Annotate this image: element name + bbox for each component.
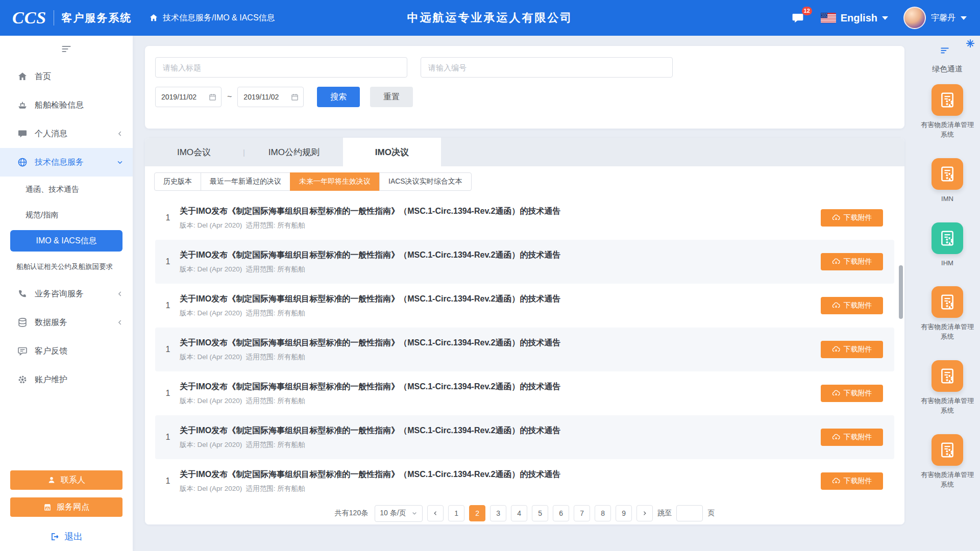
contacts-button[interactable]: 联系人 (10, 470, 122, 490)
sidebar-item-tech-info-service[interactable]: 技术信息服务 (0, 148, 133, 177)
company-title: 中远航运专业承运人有限公司 (407, 10, 573, 26)
row-title-link[interactable]: 关于IMO发布《制定国际海事组织目标型标准的一般性指南》（MSC.1-Circ.… (180, 250, 821, 261)
chevron-left-icon (116, 130, 124, 137)
page-button-8[interactable]: 8 (595, 505, 611, 521)
messages-button[interactable]: 12 (790, 11, 805, 24)
jump-page-input[interactable] (676, 505, 703, 521)
sub-tab-group: 历史版本 最近一年新通过的决议 未来一年即将生效决议 IACS决议实时综合文本 (154, 172, 904, 191)
row-number: 1 (160, 477, 176, 486)
row-title-link[interactable]: 关于IMO发布《制定国际海事组织目标型标准的一般性指南》（MSC.1-Circ.… (180, 338, 821, 348)
sidebar-subitem-label: 通函、技术通告 (26, 185, 79, 194)
page-button-9[interactable]: 9 (616, 505, 632, 521)
tab-imo-convention-rules[interactable]: IMO公约规则 (245, 138, 343, 166)
row-title-link[interactable]: 关于IMO发布《制定国际海事组织目标型标准的一般性指南》（MSC.1-Circ.… (180, 469, 821, 480)
cloud-download-icon (832, 433, 840, 441)
quick-link-imn[interactable]: IMN (919, 158, 976, 204)
sidebar-item-label: 船舶检验信息 (35, 100, 84, 111)
sidebar-subitem-certification[interactable]: 船舶认证相关公约及船旗国要求 (0, 254, 133, 280)
download-attachment-button[interactable]: 下载附件 (821, 385, 883, 402)
sidebar-collapse-button[interactable] (0, 36, 133, 62)
user-menu[interactable]: 宇馨丹 (903, 7, 967, 29)
service-sites-button[interactable]: 服务网点 (10, 497, 122, 517)
page-button-1[interactable]: 1 (448, 505, 464, 521)
chevron-down-icon (411, 510, 418, 516)
search-panel: ~ 搜索 重置 (145, 46, 904, 129)
sidebar-item-customer-feedback[interactable]: 客户反馈 (0, 337, 133, 365)
breadcrumb[interactable]: 技术信息服务/IMO & IACS信息 (149, 13, 275, 23)
quick-link-ihm-system[interactable]: 有害物质清单管理系统 (919, 84, 976, 140)
download-label: 下载附件 (844, 345, 872, 354)
page-button-2-current[interactable]: 2 (469, 505, 485, 521)
page-button-4[interactable]: 4 (511, 505, 527, 521)
title-search-input[interactable] (155, 57, 407, 78)
row-title-link[interactable]: 关于IMO发布《制定国际海事组织目标型标准的一般性指南》（MSC.1-Circ.… (180, 294, 821, 305)
tab-bar: IMO会议 | IMO公约规则 IMO决议 (145, 138, 904, 166)
database-icon (17, 317, 28, 328)
download-attachment-button[interactable]: 下载附件 (821, 209, 883, 227)
sidebar-item-business-consult[interactable]: 业务咨询服务 (0, 280, 133, 308)
language-label: English (841, 12, 877, 24)
home-icon (149, 13, 158, 22)
page-button-7[interactable]: 7 (574, 505, 590, 521)
row-title-link[interactable]: 关于IMO发布《制定国际海事组织目标型标准的一般性指南》（MSC.1-Circ.… (180, 382, 821, 392)
subtab-iacs-consolidated[interactable]: IACS决议实时综合文本 (379, 172, 472, 191)
table-row: 1 关于IMO发布《制定国际海事组织目标型标准的一般性指南》（MSC.1-Cir… (155, 196, 894, 240)
tab-imo-meeting[interactable]: IMO会议 (145, 138, 243, 166)
person-icon (47, 476, 56, 484)
subtab-upcoming-effective[interactable]: 未来一年即将生效决议 (290, 172, 380, 191)
main-content: ~ 搜索 重置 IMO会议 | IMO公约规则 IMO决议 历史版本 最近一年新… (145, 46, 904, 524)
service-sites-label: 服务网点 (57, 502, 89, 513)
search-button[interactable]: 搜索 (317, 87, 360, 107)
sidebar-subitem-circulars[interactable]: 通函、技术通告 (0, 177, 133, 202)
date-from-value[interactable] (161, 93, 206, 101)
language-selector[interactable]: English (821, 12, 888, 24)
download-attachment-button[interactable]: 下载附件 (821, 429, 883, 446)
next-page-button[interactable] (636, 505, 653, 521)
quick-link-ihm-system[interactable]: 有害物质清单管理系统 (919, 360, 976, 416)
panel-menu-icon[interactable] (940, 46, 949, 55)
table-row: 1 关于IMO发布《制定国际海事组织目标型标准的一般性指南》（MSC.1-Cir… (155, 240, 894, 284)
page-button-3[interactable]: 3 (490, 505, 506, 521)
date-to-input[interactable] (237, 87, 304, 107)
prev-page-button[interactable] (427, 505, 444, 521)
sidebar-item-data-service[interactable]: 数据服务 (0, 308, 133, 337)
row-title-link[interactable]: 关于IMO发布《制定国际海事组织目标型标准的一般性指南》（MSC.1-Circ.… (180, 425, 821, 436)
sidebar-item-ship-survey[interactable]: 船舶检验信息 (0, 91, 133, 119)
date-from-input[interactable] (155, 87, 222, 107)
sidebar-subitem-imo-iacs-active[interactable]: IMO & IACS信息 (10, 230, 122, 252)
row-title-link[interactable]: 关于IMO发布《制定国际海事组织目标型标准的一般性指南》（MSC.1-Circ.… (180, 206, 821, 217)
quick-link-ihm-system[interactable]: 有害物质清单管理系统 (919, 434, 976, 490)
subtab-history[interactable]: 历史版本 (154, 172, 201, 191)
cloud-download-icon (832, 302, 840, 310)
total-count-label: 共有120条 (335, 509, 368, 518)
sidebar-item-home[interactable]: 首页 (0, 62, 133, 91)
download-attachment-button[interactable]: 下载附件 (821, 472, 883, 490)
scrollbar-thumb[interactable] (899, 265, 903, 319)
date-to-value[interactable] (243, 93, 288, 101)
row-meta: 版本: Del (Apr 2020) 适用范围: 所有船舶 (180, 265, 821, 274)
sidebar-item-account-maintain[interactable]: 账户维护 (0, 365, 133, 394)
sidebar-subitem-rules[interactable]: 规范/指南 (0, 202, 133, 228)
chat-bubble-icon (17, 129, 28, 139)
row-number: 1 (160, 389, 176, 398)
globe-icon (17, 157, 28, 167)
row-meta: 版本: Del (Apr 2020) 适用范围: 所有船舶 (180, 221, 821, 230)
document-gear-icon (932, 434, 963, 466)
tab-imo-resolutions[interactable]: IMO决议 (343, 138, 441, 166)
quick-link-ihm-system[interactable]: 有害物质清单管理系统 (919, 286, 976, 342)
sidebar-item-personal-messages[interactable]: 个人消息 (0, 119, 133, 148)
download-attachment-button[interactable]: 下载附件 (821, 297, 883, 314)
sparkle-icon[interactable] (966, 39, 975, 48)
logout-label: 退出 (64, 531, 83, 543)
download-attachment-button[interactable]: 下载附件 (821, 341, 883, 358)
page-button-6[interactable]: 6 (553, 505, 569, 521)
logout-button[interactable]: 退出 (50, 531, 83, 543)
reset-button[interactable]: 重置 (370, 87, 413, 107)
sidebar-subitem-label: IMO & IACS信息 (36, 236, 96, 246)
page-button-5[interactable]: 5 (532, 505, 548, 521)
quick-link-ihm[interactable]: IHM (919, 222, 976, 268)
download-attachment-button[interactable]: 下载附件 (821, 253, 883, 270)
page-size-select[interactable]: 10 条/页 (375, 505, 423, 522)
number-search-input[interactable] (421, 57, 673, 78)
subtab-recent-adopted[interactable]: 最近一年新通过的决议 (201, 172, 290, 191)
